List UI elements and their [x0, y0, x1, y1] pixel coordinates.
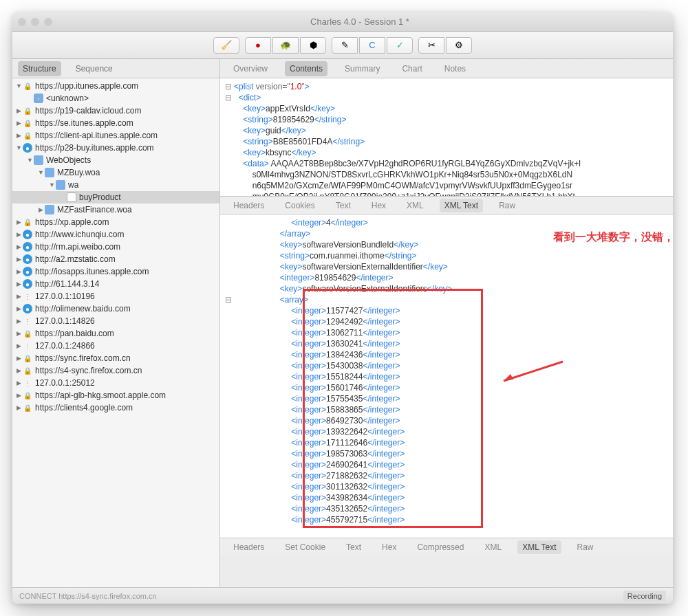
request-pane[interactable]: ⊟<plist version="1.0">⊟ <dict> <key>appE…: [220, 78, 673, 197]
tree-item[interactable]: ▶⋮127.0.0.1:25012: [12, 377, 219, 389]
tab-contents[interactable]: Contents: [285, 61, 327, 76]
edit-button[interactable]: ✎: [332, 37, 358, 54]
window-title: Charles 4.0 - Session 1 *: [52, 16, 667, 27]
tree-item[interactable]: ▼wa: [12, 179, 219, 191]
reqtab-hex[interactable]: Hex: [367, 199, 391, 212]
settings-button[interactable]: ⚙: [446, 37, 472, 54]
tree-item[interactable]: ▶⋮127.0.0.1:24866: [12, 340, 219, 352]
globe-icon: ●: [23, 254, 32, 264]
tree-item[interactable]: ▶MZFastFinance.woa: [12, 204, 219, 216]
tree-item[interactable]: ▼🔒https://upp.itunes.apple.com: [12, 80, 219, 92]
breakpoints-button[interactable]: ⬢: [300, 37, 326, 54]
lock-icon: 🔒: [23, 353, 32, 363]
tree-item[interactable]: ▶🔒https://api-glb-hkg.smoot.apple.com: [12, 389, 219, 402]
lock-icon: 🔒: [23, 390, 32, 400]
zoom-icon[interactable]: [44, 18, 52, 26]
tab-sequence[interactable]: Sequence: [71, 61, 118, 76]
record-button[interactable]: ●: [245, 37, 271, 54]
toolbar: 🧹 ● 🐢 ⬢ ✎ C ✓ ✂ ⚙: [12, 32, 673, 59]
reqtab-raw[interactable]: Raw: [494, 199, 520, 212]
reqtab-xml-text[interactable]: XML Text: [440, 199, 483, 212]
tab-structure[interactable]: Structure: [18, 61, 61, 76]
resptab-compressed[interactable]: Compressed: [412, 540, 469, 554]
tree-item[interactable]: buyProduct: [12, 191, 219, 204]
clear-button[interactable]: 🧹: [213, 37, 239, 54]
tree-item[interactable]: ▶🔒https://client-api.itunes.apple.com: [12, 129, 219, 142]
lock-icon: 🔒: [23, 403, 32, 412]
resptab-headers[interactable]: Headers: [228, 540, 269, 554]
validate-button[interactable]: ✓: [387, 37, 413, 54]
resptab-xml[interactable]: XML: [480, 540, 506, 554]
tree-item[interactable]: ▶🔒https://p19-caldav.icloud.com: [12, 104, 219, 117]
file-icon: [67, 192, 76, 202]
lock-icon: ⋮: [23, 292, 32, 301]
response-view-tabs: HeadersSet CookieTextHexCompressedXMLXML…: [220, 538, 673, 556]
titlebar: Charles 4.0 - Session 1 *: [12, 12, 673, 32]
minimize-icon[interactable]: [31, 18, 39, 26]
lock-icon: 🔒: [23, 131, 32, 140]
resptab-set-cookie[interactable]: Set Cookie: [280, 540, 330, 554]
resptab-raw[interactable]: Raw: [572, 540, 599, 554]
tree-item[interactable]: ▼MZBuy.woa: [12, 166, 219, 179]
reqtab-cookies[interactable]: Cookies: [280, 199, 319, 212]
tree-item[interactable]: ◦<unknown>: [12, 92, 219, 104]
tree-item[interactable]: ▶🔒https://se.itunes.apple.com: [12, 117, 219, 129]
tools-button[interactable]: ✂: [418, 37, 444, 54]
globe-icon: ●: [23, 242, 32, 252]
web-icon: ◦: [34, 94, 43, 103]
globe-icon: ●: [23, 279, 32, 289]
resptab-hex[interactable]: Hex: [377, 540, 401, 554]
resptab-xml-text[interactable]: XML Text: [517, 540, 561, 554]
lock-icon: ⋮: [23, 316, 32, 326]
resptab-text[interactable]: Text: [341, 540, 366, 554]
lock-icon: 🔒: [23, 329, 32, 338]
globe-icon: ●: [23, 230, 32, 239]
lock-icon: 🔒: [23, 106, 32, 116]
tree-item[interactable]: ▼WebObjects: [12, 154, 219, 166]
tree-item[interactable]: ▶●http://iosapps.itunes.apple.com: [12, 265, 219, 278]
reqtab-text[interactable]: Text: [331, 199, 356, 212]
tab-overview[interactable]: Overview: [228, 61, 272, 76]
folder-icon: [45, 168, 54, 177]
folder-icon: [56, 180, 65, 190]
tree-item[interactable]: ▶🔒https://xp.apple.com: [12, 216, 219, 228]
lock-icon: ⋮: [23, 341, 32, 351]
tab-chart[interactable]: Chart: [397, 61, 427, 76]
request-view-tabs: HeadersCookiesTextHexXMLXML TextRaw: [220, 197, 673, 214]
repeat-button[interactable]: C: [359, 37, 385, 54]
lock-icon: 🔒: [23, 366, 32, 375]
close-icon[interactable]: [18, 18, 26, 26]
tree-item[interactable]: ▶●http://61.144.3.14: [12, 278, 219, 290]
globe-icon: ●: [23, 304, 32, 314]
lock-icon: 🔒: [23, 81, 32, 91]
status-text: CONNECT https://s4-sync.firefox.com.cn: [19, 592, 157, 600]
lock-icon: ⋮: [23, 378, 32, 388]
tree-item[interactable]: ▶●http://a2.mzstatic.com: [12, 253, 219, 265]
tree-item[interactable]: ▶●http://rm.api.weibo.com: [12, 241, 219, 253]
tree-item[interactable]: ▶🔒https://s4-sync.firefox.com.cn: [12, 364, 219, 377]
tab-summary[interactable]: Summary: [340, 61, 385, 76]
response-pane[interactable]: <integer>4</integer> </array> <key>softw…: [220, 214, 673, 538]
reqtab-xml[interactable]: XML: [402, 199, 429, 212]
tree-item[interactable]: ▼●https://p28-buy.itunes.apple.com: [12, 142, 219, 154]
content-tabs: OverviewContentsSummaryChartNotes: [220, 59, 673, 78]
tab-notes[interactable]: Notes: [440, 61, 471, 76]
throttle-button[interactable]: 🐢: [272, 37, 299, 54]
lock-icon: 🔒: [23, 118, 32, 128]
tree-item[interactable]: ▶●http://www.ichunqiu.com: [12, 228, 219, 241]
annotation-text: 看到一大堆数字，没错，这个就是它的历史版本号，在这里我们只需要复制好对应的版本号…: [553, 228, 663, 246]
folder-icon: [45, 205, 54, 214]
lock-icon: 🔒: [23, 217, 32, 227]
tree-item[interactable]: ▶🔒https://pan.baidu.com: [12, 327, 219, 340]
globe-icon: ●: [23, 267, 32, 276]
tree-item[interactable]: ▶🔒https://clients4.google.com: [12, 402, 219, 414]
tree-item[interactable]: ▶⋮127.0.0.1:10196: [12, 290, 219, 302]
tree-item[interactable]: ▶●http://olimenew.baidu.com: [12, 302, 219, 315]
session-tree[interactable]: ▼🔒https://upp.itunes.apple.com◦<unknown>…: [12, 78, 219, 587]
recording-indicator[interactable]: Recording: [623, 591, 666, 602]
tree-item[interactable]: ▶⋮127.0.0.1:14826: [12, 315, 219, 327]
tree-item[interactable]: ▶🔒https://sync.firefox.com.cn: [12, 352, 219, 364]
reqtab-headers[interactable]: Headers: [228, 199, 269, 212]
folder-icon: [34, 155, 43, 165]
globe-icon: ●: [23, 143, 32, 153]
